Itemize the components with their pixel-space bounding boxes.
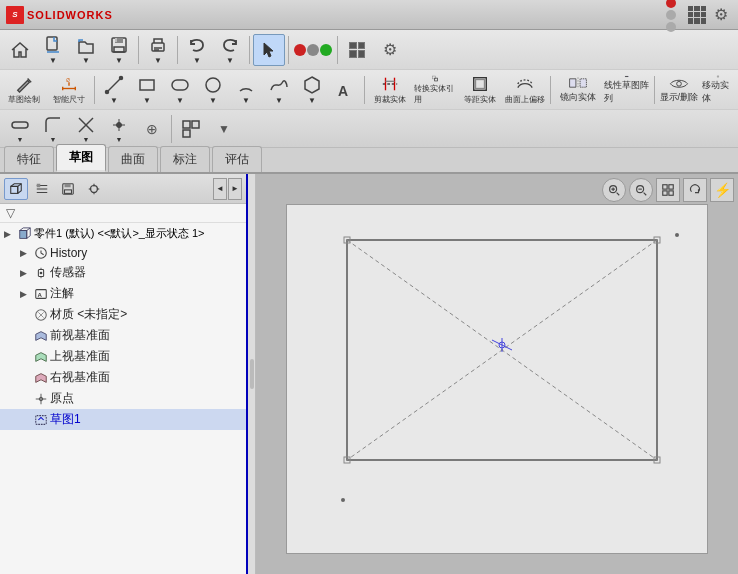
title-bar: S SOLIDWORKS ⚙ <box>0 0 738 30</box>
move-solid-button[interactable]: 移动实体 <box>701 74 736 106</box>
linear-array-button[interactable]: 线性草图阵列 <box>603 74 651 106</box>
dropdown-row3[interactable]: ▼ <box>208 113 240 145</box>
slot-button[interactable]: ▼ <box>164 74 196 106</box>
origin-icon <box>34 392 48 406</box>
tree-item-sensor[interactable]: ▶ 传感器 <box>0 262 246 283</box>
zoom-fit-icon[interactable] <box>602 178 626 202</box>
new-file-button[interactable]: ▼ <box>37 34 69 66</box>
spline-button[interactable]: ▼ <box>263 74 295 106</box>
front-plane-label: 前视基准面 <box>50 327 110 344</box>
root-label: 零件1 (默认) <<默认>_显示状态 1> <box>34 226 205 241</box>
rotate-icon[interactable] <box>683 178 707 202</box>
settings-button[interactable]: ⚙ <box>374 34 406 66</box>
sw-logo: S SOLIDWORKS <box>6 6 113 24</box>
sensor-label: 传感器 <box>50 264 86 281</box>
tree-item-material[interactable]: 材质 <未指定> <box>0 304 246 325</box>
line-button[interactable]: ▼ <box>98 74 130 106</box>
tab-surface[interactable]: 曲面 <box>108 146 158 172</box>
text-button[interactable]: A <box>329 74 361 106</box>
print-button[interactable]: ▼ <box>142 34 174 66</box>
grid-view-button[interactable] <box>341 34 373 66</box>
arc-button[interactable]: ▼ <box>230 74 262 106</box>
tree-item-top-plane[interactable]: 上视基准面 <box>0 346 246 367</box>
nav-arrows: ◄ ► <box>213 178 242 200</box>
circle-button[interactable]: ▼ <box>197 74 229 106</box>
sketch1-label: 草图1 <box>50 411 81 428</box>
svg-rect-49 <box>20 230 27 238</box>
lightning-icon[interactable]: ⚡ <box>710 178 734 202</box>
save-button[interactable]: ▼ <box>103 34 135 66</box>
toolbar-row1: ▼ ▼ ▼ ▼ ▼ <box>0 30 738 70</box>
redo-button[interactable]: ▼ <box>214 34 246 66</box>
zoom-out-icon[interactable] <box>629 178 653 202</box>
open-file-button[interactable]: ▼ <box>70 34 102 66</box>
canvas-toolbar: ⚡ <box>602 178 734 202</box>
traffic-lights <box>666 0 676 32</box>
tab-feature[interactable]: 特征 <box>4 146 54 172</box>
undo-button[interactable]: ▼ <box>181 34 213 66</box>
nav-left-button[interactable]: ◄ <box>213 178 227 200</box>
history-icon <box>34 246 48 260</box>
gear-icon[interactable]: ⚙ <box>710 5 732 24</box>
smart-dim-button[interactable]: Ø 智能尺寸 <box>47 74 91 106</box>
sep2 <box>177 36 178 64</box>
fillet-button[interactable]: ▼ <box>37 113 69 145</box>
canvas-area[interactable]: ⚡ <box>256 174 738 574</box>
tree-item-right-plane[interactable]: 右视基准面 <box>0 367 246 388</box>
toolbar-row2: 草图绘制 Ø 智能尺寸 ▼ ▼ ▼ <box>0 70 738 110</box>
svg-rect-23 <box>628 76 629 77</box>
tree-item-front-plane[interactable]: 前视基准面 <box>0 325 246 346</box>
svg-rect-67 <box>669 191 673 195</box>
svg-point-79 <box>341 498 345 502</box>
tab-markup[interactable]: 标注 <box>160 146 210 172</box>
sep3 <box>249 36 250 64</box>
cube-view-button[interactable] <box>4 178 28 200</box>
crosshair-button[interactable] <box>82 178 106 200</box>
sep-sketch4 <box>654 76 655 104</box>
svg-point-80 <box>675 233 679 237</box>
polygon-button[interactable]: ▼ <box>296 74 328 106</box>
svg-rect-17 <box>435 78 438 81</box>
tree-item-annotation[interactable]: ▶ A 注解 <box>0 283 246 304</box>
tab-sketch[interactable]: 草图 <box>56 144 106 172</box>
point-button[interactable]: ▼ <box>103 113 135 145</box>
show-hide-button[interactable]: 显示/删除 <box>658 74 700 106</box>
save-panel-button[interactable] <box>56 178 80 200</box>
trim-button[interactable]: 剪裁实体 <box>368 74 412 106</box>
tree-item-origin[interactable]: 原点 <box>0 388 246 409</box>
rect-button[interactable]: ▼ <box>131 74 163 106</box>
svg-rect-66 <box>663 191 667 195</box>
mirror-button[interactable]: 镜向实体 <box>554 74 602 106</box>
history-expand-icon: ▶ <box>20 248 32 258</box>
tree-item-history[interactable]: ▶ History <box>0 244 246 262</box>
surface-offset-button[interactable]: 曲面上偏移 <box>503 74 547 106</box>
panel-toolbar: ◄ ► <box>0 174 246 204</box>
tab-evaluate[interactable]: 评估 <box>212 146 262 172</box>
svg-rect-3 <box>114 47 124 52</box>
trim-extra-button[interactable]: ▼ <box>70 113 102 145</box>
tree-view: ▶ 零件1 (默认) <<默认>_显示状态 1> ▶ History <box>0 223 246 574</box>
svg-rect-0 <box>47 37 57 50</box>
sep5 <box>337 36 338 64</box>
view-icon[interactable] <box>656 178 680 202</box>
nav-right-button[interactable]: ► <box>228 178 242 200</box>
part-icon <box>18 227 32 241</box>
grid-icon[interactable] <box>684 2 710 28</box>
select-cursor-button[interactable] <box>253 34 285 66</box>
sep4 <box>288 36 289 64</box>
convert-button[interactable]: 转换实体引用 <box>413 74 457 106</box>
slot-rect-button[interactable]: ▼ <box>4 113 36 145</box>
list-view-button[interactable] <box>30 178 54 200</box>
more2-button[interactable] <box>175 113 207 145</box>
svg-rect-25 <box>12 122 28 128</box>
tree-root[interactable]: ▶ 零件1 (默认) <<默认>_显示状态 1> <box>0 223 246 244</box>
svg-rect-40 <box>37 183 41 187</box>
material-label: 材质 <未指定> <box>50 306 127 323</box>
home-button[interactable] <box>4 34 36 66</box>
toolbar-row3: ▼ ▼ ▼ ▼ ⊕ ▼ <box>0 110 738 148</box>
offset-button[interactable]: 等距实体 <box>458 74 502 106</box>
more1-button[interactable]: ⊕ <box>136 113 168 145</box>
svg-text:Ø: Ø <box>66 78 70 83</box>
tree-item-sketch1[interactable]: 草图1 <box>0 409 246 430</box>
sketch-draw-button[interactable]: 草图绘制 <box>2 74 46 106</box>
